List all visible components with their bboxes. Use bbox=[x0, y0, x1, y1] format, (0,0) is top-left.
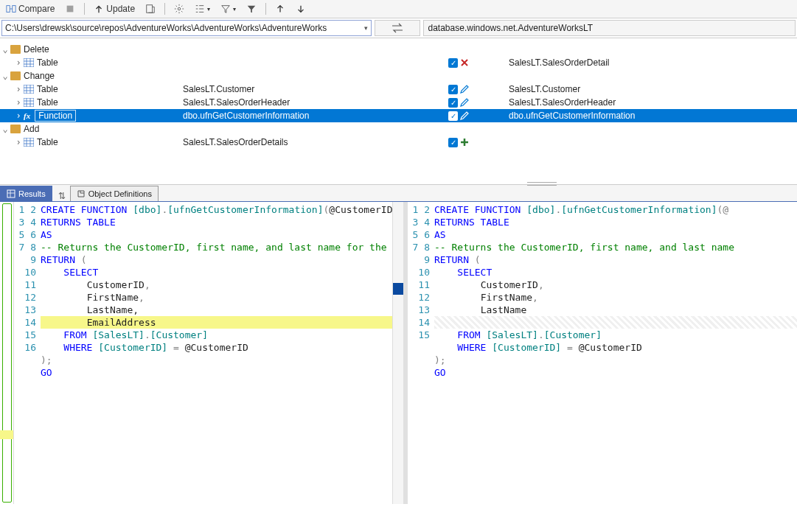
svg-rect-1 bbox=[13, 6, 15, 13]
svg-rect-2 bbox=[67, 6, 74, 13]
swap-panes-button[interactable]: ⇅ bbox=[58, 191, 66, 201]
object-type: Table bbox=[37, 97, 58, 108]
filter2-button[interactable] bbox=[243, 3, 260, 15]
source-object-name: SalesLT.Customer bbox=[183, 84, 448, 94]
update-label: Update bbox=[106, 4, 135, 14]
edit-icon bbox=[459, 111, 470, 121]
next-button[interactable] bbox=[293, 3, 309, 15]
include-checkbox[interactable]: ✓ bbox=[448, 58, 458, 68]
source-object-name: SalesLT.SalesOrderDetails bbox=[183, 137, 448, 147]
row-delete-1[interactable]: › Table ✓ SalesLT.SalesOrderDetail bbox=[0, 56, 797, 69]
expand-icon[interactable]: › bbox=[13, 57, 24, 68]
ruler-outline bbox=[2, 203, 12, 503]
svg-rect-7 bbox=[24, 98, 34, 107]
include-checkbox[interactable]: ✓ bbox=[448, 85, 458, 94]
folder-icon bbox=[10, 71, 21, 80]
include-checkbox[interactable]: ✓ bbox=[448, 111, 458, 121]
svg-rect-3 bbox=[147, 5, 153, 13]
diff-indicator bbox=[393, 283, 403, 295]
results-icon bbox=[7, 189, 15, 198]
object-type: Function bbox=[35, 110, 76, 122]
collapse-icon[interactable]: ⌄ bbox=[0, 44, 10, 55]
object-type: Table bbox=[37, 57, 58, 68]
row-change-2[interactable]: › Table SalesLT.SalesOrderHeader ✓ Sales… bbox=[0, 96, 797, 109]
scrollbar[interactable] bbox=[392, 202, 403, 504]
path-bar: C:\Users\drewsk\source\repos\AdventureWo… bbox=[0, 18, 797, 38]
target-path-dropdown[interactable]: database.windows.net.AdventureWorksLT bbox=[423, 20, 796, 36]
table-icon bbox=[24, 85, 34, 94]
chevron-down-icon: ▾ bbox=[364, 24, 368, 32]
separator bbox=[265, 3, 266, 15]
expand-icon[interactable]: › bbox=[13, 111, 24, 121]
prev-button[interactable] bbox=[272, 3, 288, 15]
edit-icon bbox=[459, 84, 470, 94]
folder-icon bbox=[10, 125, 21, 133]
source-object-name: dbo.ufnGetCustomerInformation bbox=[183, 111, 448, 121]
tab-label: Results bbox=[18, 189, 46, 198]
group-add[interactable]: ⌄ Add bbox=[0, 122, 797, 136]
target-object-name: SalesLT.SalesOrderHeader bbox=[493, 97, 797, 108]
expand-icon[interactable]: › bbox=[13, 97, 24, 108]
target-object-name: SalesLT.Customer bbox=[493, 84, 797, 94]
tab-results[interactable]: Results bbox=[0, 186, 52, 201]
update-button[interactable]: Update bbox=[91, 3, 138, 15]
row-add-1[interactable]: › Table SalesLT.SalesOrderDetails ✓ bbox=[0, 136, 797, 149]
line-numbers: 1 2 3 4 5 6 7 8 9 10 11 12 13 14 15 bbox=[408, 202, 434, 504]
object-type: Table bbox=[37, 137, 58, 147]
group-label: Change bbox=[24, 71, 55, 81]
compare-button[interactable]: Compare bbox=[3, 3, 58, 15]
group-icon bbox=[195, 4, 205, 14]
collapse-icon[interactable]: ⌄ bbox=[0, 71, 10, 81]
filter-icon bbox=[220, 4, 231, 14]
svg-point-4 bbox=[178, 7, 181, 10]
svg-rect-6 bbox=[24, 85, 34, 94]
tab-object-definitions[interactable]: Object Definitions bbox=[70, 186, 159, 201]
compare-icon bbox=[6, 4, 16, 14]
update-icon bbox=[94, 4, 104, 14]
swap-targets-button[interactable] bbox=[375, 20, 420, 36]
filter-solid-icon bbox=[246, 4, 257, 14]
group-label: Add bbox=[24, 124, 39, 134]
overview-ruler[interactable] bbox=[0, 202, 14, 504]
arrow-up-icon bbox=[275, 4, 285, 14]
add-icon bbox=[459, 137, 470, 147]
svg-rect-5 bbox=[24, 58, 34, 67]
table-icon bbox=[24, 98, 34, 107]
collapse-icon[interactable]: ⌄ bbox=[0, 124, 10, 134]
row-change-1[interactable]: › Table SalesLT.Customer ✓ SalesLT.Custo… bbox=[0, 83, 797, 96]
expand-icon[interactable]: › bbox=[13, 137, 24, 147]
svg-rect-0 bbox=[7, 6, 10, 13]
source-path-dropdown[interactable]: C:\Users\drewsk\source\repos\AdventureWo… bbox=[1, 20, 372, 36]
object-type: Table bbox=[37, 84, 58, 94]
diff-marker bbox=[0, 430, 13, 439]
line-numbers: 1 2 3 4 5 6 7 8 9 10 11 12 13 14 15 16 bbox=[14, 202, 41, 504]
group-delete[interactable]: ⌄ Delete bbox=[0, 43, 797, 56]
include-checkbox[interactable]: ✓ bbox=[448, 138, 458, 147]
row-change-3[interactable]: › fx Function dbo.ufnGetCustomerInformat… bbox=[0, 109, 797, 122]
options-button[interactable] bbox=[171, 3, 187, 15]
group-button[interactable]: ▾ bbox=[192, 3, 213, 15]
expand-icon[interactable]: › bbox=[13, 84, 24, 94]
script-button[interactable] bbox=[142, 3, 159, 15]
svg-rect-8 bbox=[24, 138, 34, 147]
table-icon bbox=[24, 58, 34, 67]
left-code-pane[interactable]: 1 2 3 4 5 6 7 8 9 10 11 12 13 14 15 16 C… bbox=[14, 202, 403, 504]
right-code-pane[interactable]: 1 2 3 4 5 6 7 8 9 10 11 12 13 14 15 CREA… bbox=[408, 202, 797, 504]
filter-button[interactable]: ▾ bbox=[217, 3, 239, 15]
stop-button[interactable] bbox=[62, 3, 78, 15]
separator bbox=[164, 3, 165, 15]
separator bbox=[84, 3, 85, 15]
compare-label: Compare bbox=[18, 4, 55, 14]
group-change[interactable]: ⌄ Change bbox=[0, 69, 797, 83]
target-object-name: dbo.ufnGetCustomerInformation bbox=[493, 111, 797, 121]
resize-handle[interactable] bbox=[527, 182, 557, 186]
folder-icon bbox=[10, 45, 21, 54]
left-code: CREATE FUNCTION [dbo].[ufnGetCustomerInf… bbox=[41, 202, 403, 504]
include-checkbox[interactable]: ✓ bbox=[448, 98, 458, 108]
source-object-name: SalesLT.SalesOrderHeader bbox=[183, 97, 448, 108]
right-code: CREATE FUNCTION [dbo].[ufnGetCustomerInf… bbox=[434, 202, 797, 504]
main-toolbar: Compare Update ▾ ▾ bbox=[0, 0, 797, 18]
edit-icon bbox=[459, 97, 470, 108]
bottom-tabs: Results ⇅ Object Definitions bbox=[0, 185, 797, 202]
objdef-icon bbox=[77, 189, 86, 198]
